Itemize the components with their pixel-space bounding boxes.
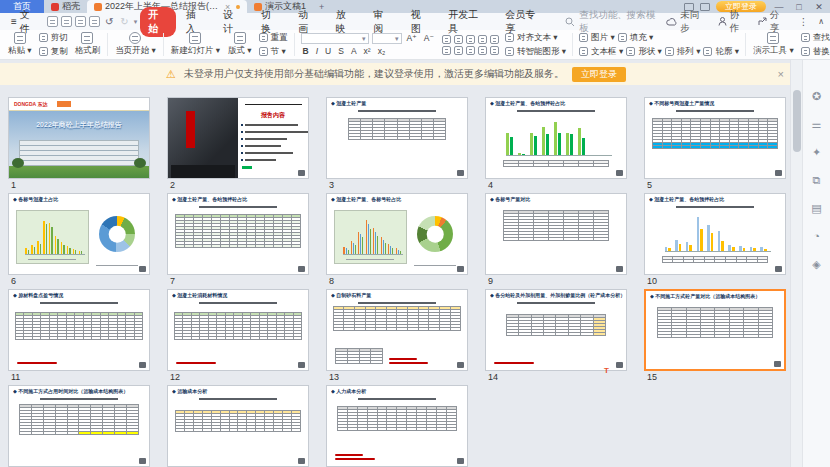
decrease-font-button[interactable]: A⁻ xyxy=(422,33,436,44)
list-icon[interactable] xyxy=(478,35,487,44)
slide-card-9: ◆ 各标号产量对比9 xyxy=(485,193,627,287)
slide-thumbnail-11[interactable]: ◆ 原材料盘点盈亏情况 xyxy=(8,289,150,371)
slide-thumbnail-15[interactable]: ◆ 不同施工方式砼产量对比（运输成本结构图表） xyxy=(644,289,786,371)
slide-thumbnail-12[interactable]: ◆ 混凝土砼消耗材料情况 xyxy=(167,289,309,371)
slide-thumbnail-1[interactable]: 2022年商砼上半年总结报告DONGDA 东达 xyxy=(8,97,150,179)
slide-thumbnail-10[interactable]: ◆ 混凝土砼产量、各站预拌砼占比 xyxy=(644,193,786,275)
superscript-button[interactable]: x² xyxy=(362,46,373,56)
subscript-button[interactable]: x₂ xyxy=(376,46,388,56)
sidebar-tool-seal-icon[interactable]: ✪ xyxy=(810,90,823,103)
align-text-button[interactable]: 对齐文本 ▾ xyxy=(505,32,566,44)
slide-thumbnail-13[interactable]: ◆ 自制砂石料产量 xyxy=(326,289,468,371)
slide-thumbnail-9[interactable]: ◆ 各标号产量对比 xyxy=(485,193,627,275)
notice-login-button[interactable]: 立即登录 xyxy=(572,67,626,82)
redo-icon[interactable]: ↻ xyxy=(118,16,130,27)
print-preview-icon[interactable] xyxy=(89,16,100,27)
slide-thumbnail-2[interactable]: 报告内容 xyxy=(167,97,309,179)
play-from-current-button[interactable]: 当页开始 ▾ xyxy=(111,31,160,58)
quickbar-chevron-icon[interactable]: ▾ xyxy=(134,18,138,26)
chart-bar xyxy=(534,136,537,155)
slide-flag-icon xyxy=(775,170,782,176)
slide-thumbnail-14[interactable]: ◆ 各分站砼及外加剂用量、外加剂掺量比例（砼产成本分析） xyxy=(485,289,627,371)
toc-bullet-line xyxy=(245,159,276,161)
cut-button-icon xyxy=(39,33,48,42)
align-icon[interactable] xyxy=(466,46,475,55)
slide-thumbnail-5[interactable]: ◆ 不同标号商混凝土产量情况 xyxy=(644,97,786,179)
undo-icon[interactable]: ↺ xyxy=(103,16,115,27)
list-icon[interactable] xyxy=(490,35,499,44)
tab-docer[interactable]: 稻壳 xyxy=(44,0,87,13)
chart-bar xyxy=(383,240,384,254)
slide-thumbnail-17[interactable]: ◆ 运输成本分析 xyxy=(167,385,309,467)
slide-thumbnail-16[interactable]: ◆ 不同施工方式占用时间对比（运输成本结构图表） xyxy=(8,385,150,467)
find-button-icon xyxy=(801,33,810,42)
slide-flag-icon xyxy=(774,361,781,367)
slide-thumbnail-3[interactable]: ◆ 混凝土砼产量 xyxy=(326,97,468,179)
cut-button[interactable]: 剪切 xyxy=(39,32,68,44)
to-smartart-button[interactable]: 转智能图形 ▾ xyxy=(505,46,566,58)
export-icon[interactable] xyxy=(61,16,72,27)
ribbon-toolbar: 粘贴 ▾剪切复制格式刷当页开始 ▾新建幻灯片 ▾版式 ▾重置节 ▾▾▾A⁺A⁻B… xyxy=(0,30,830,60)
slide-title: ◆ 不同施工方式砼产量对比（运输成本结构图表） xyxy=(650,293,782,299)
collapse-ribbon-icon[interactable]: ∧ xyxy=(818,17,824,26)
chart-bar xyxy=(375,232,376,254)
format-painter-button[interactable]: 格式刷 xyxy=(71,31,105,58)
align-icon[interactable] xyxy=(454,46,463,55)
scrollbar-thumb[interactable] xyxy=(793,90,801,152)
strikethrough-button[interactable]: S xyxy=(336,46,346,56)
slide-thumbnail-7[interactable]: ◆ 混凝土砼产量、各站预拌砼占比 xyxy=(167,193,309,275)
bold-button[interactable]: B xyxy=(301,46,311,56)
section-button[interactable]: 节 ▾ xyxy=(259,46,288,58)
chart-bar xyxy=(721,241,724,251)
align-icon[interactable] xyxy=(442,46,451,55)
save-icon[interactable] xyxy=(47,16,58,27)
align-icon[interactable] xyxy=(490,46,499,55)
layout-button[interactable]: 版式 ▾ xyxy=(224,31,256,58)
chart-bar xyxy=(67,246,68,254)
list-icon[interactable] xyxy=(442,35,451,44)
sidebar-tool-settings-sliders-icon[interactable]: ⚌ xyxy=(810,118,823,131)
new-slide-button[interactable]: 新建幻灯片 ▾ xyxy=(167,31,224,58)
sidebar-tool-theme-icon[interactable]: ◈ xyxy=(810,258,823,271)
increase-font-button[interactable]: A⁺ xyxy=(405,33,419,44)
font-size-select[interactable]: ▾ xyxy=(372,33,402,44)
textbox-button[interactable]: 文本框 ▾ xyxy=(579,46,623,58)
notice-close-icon[interactable]: × xyxy=(778,68,784,80)
font-color-button[interactable]: A xyxy=(349,46,359,56)
slide-subtitle-line xyxy=(199,206,277,208)
underline-button[interactable]: U xyxy=(323,46,333,56)
font-family-select[interactable]: ▾ xyxy=(301,33,369,44)
image-button[interactable]: 图片 ▾ xyxy=(579,32,615,44)
sidebar-tool-magic-effects-icon[interactable]: ✦ xyxy=(810,146,823,159)
print-icon[interactable] xyxy=(75,16,86,27)
slide-number: 8 xyxy=(329,276,468,287)
vertical-scrollbar[interactable] xyxy=(790,60,802,467)
sidebar-tool-image-edit-icon[interactable]: ▤ xyxy=(810,202,823,215)
list-icon[interactable] xyxy=(466,35,475,44)
fill-button[interactable]: 填充 ▾ xyxy=(618,32,654,44)
align-icon[interactable] xyxy=(478,46,487,55)
slide-card-10: ◆ 混凝土砼产量、各站预拌砼占比10 xyxy=(644,193,786,287)
copy-button[interactable]: 复制 xyxy=(39,46,68,58)
reset-button[interactable]: 重置 xyxy=(259,32,288,44)
more-menu-icon[interactable]: ⋮ xyxy=(799,16,809,27)
list-icon[interactable] xyxy=(454,35,463,44)
paste-button[interactable]: 粘贴 ▾ xyxy=(4,31,36,58)
slide-thumbnail-6[interactable]: ◆ 各标号混凝土占比 xyxy=(8,193,150,275)
arrange-button[interactable]: 排列 ▾ xyxy=(665,46,701,58)
chart-bar xyxy=(31,245,32,254)
shape-button[interactable]: 形状 ▾ xyxy=(626,46,662,58)
copy-button-icon xyxy=(39,47,48,56)
search-icon xyxy=(565,17,575,27)
slide-thumbnail-8[interactable]: ◆ 混凝土砼产量、各标号砼占比 xyxy=(326,193,468,275)
sidebar-tool-duplicate-icon[interactable]: ⧉ xyxy=(810,174,823,187)
replace-button[interactable]: 替换 ▾ xyxy=(801,46,830,58)
slide-thumbnail-4[interactable]: ◆ 混凝土砼产量、各站预拌砼占比 xyxy=(485,97,627,179)
slide-subtitle-line xyxy=(199,302,277,304)
italic-button[interactable]: I xyxy=(314,46,320,56)
present-tools-button[interactable]: 演示工具 ▾ xyxy=(749,31,798,58)
outline-button[interactable]: 轮廓 ▾ xyxy=(703,46,739,58)
find-button[interactable]: 查找 xyxy=(801,32,830,44)
slide-thumbnail-18[interactable]: ◆ 人力成本分析 xyxy=(326,385,468,467)
sidebar-tool-history-icon[interactable]: ◔ xyxy=(810,230,823,243)
